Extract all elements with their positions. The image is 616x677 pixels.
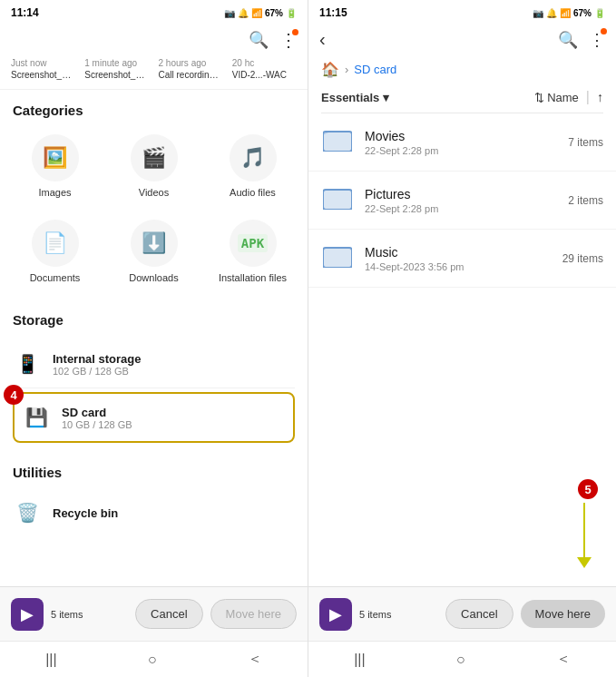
signal-icon: 📶 bbox=[251, 8, 262, 18]
top-bar-icons-right: 🔍 ⋮ bbox=[558, 30, 605, 50]
step4-badge: 4 bbox=[4, 385, 24, 405]
left-panel: 11:14 📷 🔔 📶 67% 🔋 🔍 ⋮ Just now Screensho… bbox=[0, 0, 308, 677]
breadcrumb-current: SD card bbox=[354, 63, 396, 76]
category-images[interactable]: 🖼️ Images bbox=[7, 125, 103, 207]
phone-icon: 📱 bbox=[13, 349, 42, 378]
pictures-date: 22-Sept 2:28 pm bbox=[365, 203, 557, 214]
essentials-filter[interactable]: Essentials ▾ bbox=[321, 91, 389, 104]
nav-menu-icon-right[interactable]: ||| bbox=[354, 652, 365, 668]
utilities-section: 🗑️ Recycle bin bbox=[0, 487, 308, 538]
status-icons-right: 📷 🔔 📶 67% 🔋 bbox=[533, 8, 605, 18]
recent-name-3: Call recording Joty_240927_... bbox=[159, 70, 223, 80]
back-button[interactable]: ‹ bbox=[319, 29, 326, 50]
sd-card-name: SD card bbox=[62, 406, 286, 419]
nav-home-icon-left[interactable]: ○ bbox=[148, 652, 157, 668]
folder-music[interactable]: Music 14-Sept-2023 3:56 pm 29 items bbox=[308, 230, 616, 288]
folder-movies-icon bbox=[321, 126, 354, 158]
nav-bar-right: ||| ○ ＜ bbox=[308, 641, 616, 677]
installation-icon: APK bbox=[230, 220, 277, 267]
sd-card-item[interactable]: 💾 SD card 10 GB / 128 GB bbox=[22, 399, 286, 436]
svg-rect-2 bbox=[323, 190, 352, 210]
movies-count: 7 items bbox=[568, 136, 603, 149]
categories-title: Categories bbox=[0, 90, 308, 125]
recycle-bin-item[interactable]: 🗑️ Recycle bin bbox=[13, 493, 295, 533]
storage-section: 📱 Internal storage 102 GB / 128 GB 4 💾 S… bbox=[0, 335, 308, 452]
time-right: 11:15 bbox=[319, 6, 347, 19]
category-audio[interactable]: 🎵 Audio files bbox=[205, 125, 300, 207]
camera-icon-right: 📷 bbox=[533, 8, 543, 18]
breadcrumb: 🏠 › SD card bbox=[308, 57, 616, 85]
recycle-bin-icon: 🗑️ bbox=[13, 502, 42, 524]
sort-divider: | bbox=[586, 89, 590, 105]
sort-area: ⇅ Name | ↑ bbox=[534, 89, 603, 105]
recycle-bin-label: Recycle bin bbox=[53, 506, 118, 520]
top-bar-right: ‹ 🔍 ⋮ bbox=[308, 25, 616, 57]
category-documents[interactable]: 📄 Documents bbox=[7, 211, 103, 292]
alarm-icon-right: 🔔 bbox=[546, 8, 557, 18]
cancel-button-left[interactable]: Cancel bbox=[135, 599, 202, 629]
battery-icon-right: 🔋 bbox=[594, 8, 605, 18]
movies-date: 22-Sept 2:28 pm bbox=[365, 145, 557, 156]
recent-name-4: VID-2...-WAC bbox=[232, 70, 297, 80]
folder-music-icon bbox=[321, 242, 354, 274]
category-installation[interactable]: APK Installation files bbox=[205, 211, 300, 292]
category-downloads[interactable]: ⬇️ Downloads bbox=[106, 211, 201, 292]
music-info: Music 14-Sept-2023 3:56 pm bbox=[365, 245, 552, 272]
recent-time-3: 2 hours ago bbox=[159, 58, 223, 68]
search-icon-left[interactable]: 🔍 bbox=[249, 30, 269, 50]
battery-right: 67% bbox=[573, 8, 592, 18]
items-count-left: 5 items bbox=[51, 609, 128, 620]
move-here-button-left[interactable]: Move here bbox=[210, 599, 297, 629]
nav-back-icon-left[interactable]: ＜ bbox=[248, 650, 262, 669]
move-here-button-right[interactable]: Move here bbox=[521, 600, 605, 628]
sd-card-container: 💾 SD card 10 GB / 128 GB bbox=[13, 392, 295, 443]
folder-pictures[interactable]: Pictures 22-Sept 2:28 pm 2 items bbox=[308, 172, 616, 230]
internal-storage-name: Internal storage bbox=[53, 352, 295, 366]
movies-name: Movies bbox=[365, 129, 557, 143]
items-count-right: 5 items bbox=[359, 609, 438, 620]
essentials-chevron-icon: ▾ bbox=[383, 91, 389, 104]
sort-button[interactable]: ⇅ Name bbox=[534, 91, 579, 104]
step5-badge: 5 bbox=[578, 479, 598, 499]
installation-label: Installation files bbox=[219, 272, 287, 283]
folder-movies[interactable]: Movies 22-Sept 2:28 pm 7 items bbox=[308, 113, 616, 172]
recent-item-4[interactable]: 20 hc VID-2...-WAC bbox=[232, 58, 297, 80]
sd-card-icon: 💾 bbox=[22, 403, 51, 432]
internal-storage-item[interactable]: 📱 Internal storage 102 GB / 128 GB bbox=[13, 340, 295, 388]
time-left: 11:14 bbox=[11, 6, 39, 19]
recent-name-2: Screenshot_20240927_11... bbox=[84, 70, 149, 80]
downloads-label: Downloads bbox=[129, 272, 178, 283]
nav-bar-left: ||| ○ ＜ bbox=[0, 641, 308, 677]
pictures-count: 2 items bbox=[568, 194, 603, 207]
search-icon-right[interactable]: 🔍 bbox=[558, 30, 578, 50]
recent-item-3[interactable]: 2 hours ago Call recording Joty_240927_.… bbox=[159, 58, 223, 80]
nav-home-icon-right[interactable]: ○ bbox=[456, 652, 465, 668]
recent-files: Just now Screenshot_20240927_11... 1 min… bbox=[0, 58, 308, 90]
battery-left: 67% bbox=[265, 8, 283, 18]
bottom-bar-left: ▶ 5 items Cancel Move here bbox=[0, 586, 308, 641]
filter-bar: Essentials ▾ ⇅ Name | ↑ bbox=[308, 85, 616, 113]
sort-asc-icon[interactable]: ↑ bbox=[597, 90, 603, 104]
downloads-icon: ⬇️ bbox=[131, 220, 178, 267]
category-videos[interactable]: 🎬 Videos bbox=[106, 125, 201, 207]
nav-menu-icon-left[interactable]: ||| bbox=[45, 652, 56, 668]
pictures-name: Pictures bbox=[365, 187, 557, 201]
selection-icon-left: ▶ bbox=[11, 598, 44, 631]
selection-icon-right: ▶ bbox=[319, 598, 352, 631]
recent-item-1[interactable]: Just now Screenshot_20240927_11... bbox=[11, 58, 75, 80]
movies-info: Movies 22-Sept 2:28 pm bbox=[365, 129, 557, 156]
recent-time-1: Just now bbox=[11, 58, 75, 68]
cancel-button-right[interactable]: Cancel bbox=[445, 599, 513, 629]
camera-icon: 📷 bbox=[224, 8, 235, 18]
nav-back-icon-right[interactable]: ＜ bbox=[556, 650, 571, 669]
home-icon[interactable]: 🏠 bbox=[321, 61, 339, 78]
recent-time-2: 1 minute ago bbox=[84, 58, 149, 68]
audio-label: Audio files bbox=[230, 187, 276, 198]
battery-icon: 🔋 bbox=[286, 8, 297, 18]
recent-item-2[interactable]: 1 minute ago Screenshot_20240927_11... bbox=[84, 58, 149, 80]
svg-rect-4 bbox=[323, 248, 352, 268]
storage-title: Storage bbox=[0, 299, 308, 335]
pictures-info: Pictures 22-Sept 2:28 pm bbox=[365, 187, 557, 214]
images-label: Images bbox=[38, 187, 71, 198]
status-icons-left: 📷 🔔 📶 67% 🔋 bbox=[224, 8, 297, 18]
